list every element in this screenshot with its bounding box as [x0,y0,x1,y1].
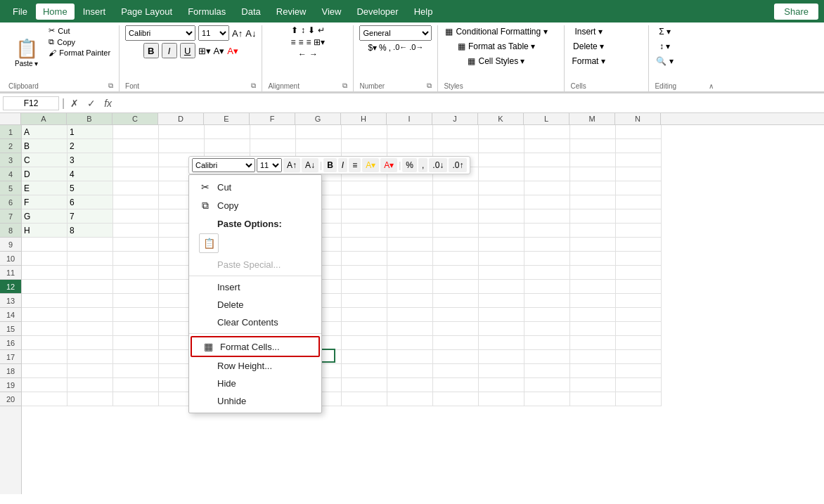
alignment-expand-icon[interactable]: ⧉ [342,82,347,90]
cell-A9[interactable] [22,238,67,252]
cell-K13[interactable] [479,294,524,308]
cell-K19[interactable] [479,378,524,392]
cell-H20[interactable] [342,392,387,406]
cancel-formula-btn[interactable]: ✗ [67,98,82,109]
cell-I16[interactable] [387,336,433,350]
border-button[interactable]: ⊞▾ [198,46,211,56]
cell-D1[interactable] [159,125,205,139]
cell-A16[interactable] [22,336,67,350]
cell-M7[interactable] [570,209,616,224]
cell-B14[interactable] [67,308,113,322]
cell-N6[interactable] [616,195,662,209]
row-num-4[interactable]: 4 [0,167,21,181]
cell-L10[interactable] [524,252,570,266]
conditional-formatting-button[interactable]: ▦ Conditional Formatting ▾ [444,25,548,38]
cell-A12[interactable] [22,280,67,294]
cell-N16[interactable] [616,336,662,350]
cell-J10[interactable] [433,252,479,266]
cell-C10[interactable] [113,252,159,266]
col-header-K[interactable]: K [478,113,524,124]
cell-M13[interactable] [570,294,616,308]
cell-L7[interactable] [524,209,570,224]
row-num-2[interactable]: 2 [0,139,21,153]
ctx-delete[interactable]: Delete [189,296,321,314]
cell-J7[interactable] [433,209,479,224]
cell-N18[interactable] [616,364,662,378]
cell-C16[interactable] [113,336,159,350]
cell-B17[interactable] [67,350,113,364]
italic-button[interactable]: I [162,43,177,58]
cell-K4[interactable] [479,167,524,181]
format-painter-button[interactable]: 🖌 Format Painter [46,48,113,58]
mini-align-btn[interactable]: ≡ [349,158,361,172]
cell-M2[interactable] [570,139,616,153]
cell-M9[interactable] [570,238,616,252]
mini-increase-font-btn[interactable]: A↑ [283,158,300,172]
cell-A17[interactable] [22,350,67,364]
cell-J2[interactable] [433,139,479,153]
cell-D2[interactable] [159,139,205,153]
cell-N8[interactable] [616,224,662,238]
cell-L9[interactable] [524,238,570,252]
cell-J5[interactable] [433,181,479,195]
cell-N1[interactable] [616,125,662,139]
cell-H7[interactable] [342,209,387,224]
cell-E2[interactable] [205,139,250,153]
row-num-11[interactable]: 11 [0,266,21,280]
cell-B10[interactable] [67,252,113,266]
mini-percent-btn[interactable]: % [402,158,417,172]
align-bottom-icon[interactable]: ⬇ [308,25,315,35]
cell-K11[interactable] [479,266,524,280]
formula-input[interactable] [117,98,821,108]
cell-J9[interactable] [433,238,479,252]
cell-B20[interactable] [67,392,113,406]
cell-I9[interactable] [387,238,433,252]
insert-cells-button[interactable]: Insert ▾ [573,25,603,38]
cell-L5[interactable] [524,181,570,195]
cell-K10[interactable] [479,252,524,266]
format-cells-button[interactable]: Format ▾ [570,55,606,67]
font-size-select[interactable]: 11 [198,25,229,41]
cell-C20[interactable] [113,392,159,406]
insert-function-btn[interactable]: fx [101,98,115,109]
cell-C7[interactable] [113,209,159,224]
decrease-decimal-icon[interactable]: .0← [393,43,407,53]
cell-H2[interactable] [342,139,387,153]
ctx-format-cells[interactable]: ▦ Format Cells... [191,336,320,357]
cell-F2[interactable] [250,139,296,153]
cell-B13[interactable] [67,294,113,308]
mini-bold-btn[interactable]: B [323,158,337,172]
cell-C8[interactable] [113,224,159,238]
cut-button[interactable]: ✂ Cut [46,25,113,36]
number-expand-icon[interactable]: ⧉ [427,82,432,90]
cell-J8[interactable] [433,224,479,238]
cell-C2[interactable] [113,139,159,153]
clipboard-expand-icon[interactable]: ⧉ [108,82,113,90]
row-num-7[interactable]: 7 [0,209,21,224]
cell-K8[interactable] [479,224,524,238]
cell-I13[interactable] [387,294,433,308]
cell-J19[interactable] [433,378,479,392]
comma-icon[interactable]: , [389,43,391,53]
row-num-13[interactable]: 13 [0,294,21,308]
cell-L15[interactable] [524,322,570,336]
cell-L18[interactable] [524,364,570,378]
share-button[interactable]: Share [774,4,818,20]
cell-N19[interactable] [616,378,662,392]
cell-H1[interactable] [342,125,387,139]
percent-icon[interactable]: % [379,43,387,53]
cell-L16[interactable] [524,336,570,350]
cell-B1[interactable]: 1 [67,125,113,139]
cell-L11[interactable] [524,266,570,280]
cell-N7[interactable] [616,209,662,224]
cell-H18[interactable] [342,364,387,378]
cell-L8[interactable] [524,224,570,238]
cell-J15[interactable] [433,322,479,336]
cell-B16[interactable] [67,336,113,350]
cell-C19[interactable] [113,378,159,392]
ctx-paste-special[interactable]: Paste Special... [189,256,321,273]
ctx-insert[interactable]: Insert [189,278,321,296]
sum-button[interactable]: Σ ▾ [657,25,672,38]
mini-increase-decimal-btn[interactable]: .0↑ [449,158,467,172]
cell-I20[interactable] [387,392,433,406]
